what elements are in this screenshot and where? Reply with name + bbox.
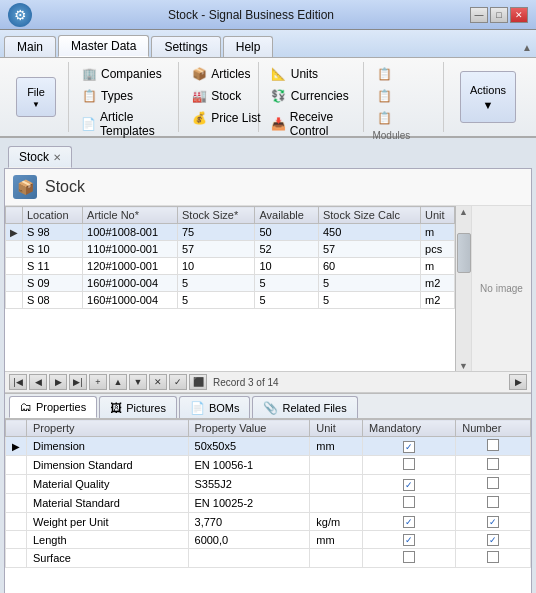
prop-col-number[interactable]: Number [456, 420, 531, 437]
mandatory-checkbox[interactable] [403, 534, 415, 546]
row-indicator [6, 241, 23, 258]
properties-tab-label: Properties [36, 401, 86, 413]
number-checkbox[interactable] [487, 516, 499, 528]
table-row[interactable]: S 08 160#1000-004 5 5 5 m2 [6, 292, 455, 309]
prop-table-row[interactable]: Material Standard EN 10025-2 [6, 494, 531, 513]
maximize-button[interactable]: □ [490, 7, 508, 23]
ribbon-item-stock[interactable]: 🏭 Stock [187, 86, 267, 106]
file-button[interactable]: File ▼ [16, 77, 56, 117]
no-image-text: No image [480, 283, 523, 294]
nav-next-button[interactable]: ▶ [49, 374, 67, 390]
scroll-thumb[interactable] [457, 233, 471, 273]
nav-progress-button[interactable]: ⬛ [189, 374, 207, 390]
ribbon-section-group2: 📦 Articles 🏭 Stock 💰 Price List [179, 62, 259, 132]
mandatory-checkbox[interactable] [403, 551, 415, 563]
prop-cell-value: S355J2 [188, 475, 310, 494]
cell-stock-size: 57 [178, 241, 255, 258]
prop-table-row[interactable]: ▶ Dimension 50x50x5 mm [6, 437, 531, 456]
ribbon-item-price-list[interactable]: 💰 Price List [187, 108, 267, 128]
close-button[interactable]: ✕ [510, 7, 528, 23]
number-checkbox[interactable] [487, 551, 499, 563]
cell-stock-size-calc: 5 [318, 292, 420, 309]
nav-delete-button[interactable]: ✕ [149, 374, 167, 390]
col-stock-size-calc[interactable]: Stock Size Calc [318, 207, 420, 224]
nav-scroll-right[interactable]: ▶ [509, 374, 527, 390]
nav-save-button[interactable]: ✓ [169, 374, 187, 390]
modules-label: Modules [372, 130, 410, 141]
ribbon-extra-1[interactable]: 📋 [372, 64, 452, 84]
prop-col-value[interactable]: Property Value [188, 420, 310, 437]
tab-boms[interactable]: 📄 BOMs [179, 396, 251, 418]
ribbon-item-articles[interactable]: 📦 Articles [187, 64, 267, 84]
prop-cell-unit: kg/m [310, 513, 363, 531]
prop-col-mandatory[interactable]: Mandatory [363, 420, 456, 437]
nav-up-button[interactable]: ▲ [109, 374, 127, 390]
table-row[interactable]: S 11 120#1000-001 10 10 60 m [6, 258, 455, 275]
ribbon-item-receive-control[interactable]: 📥 Receive Control [267, 108, 356, 140]
cell-unit: pcs [421, 241, 455, 258]
tab-close-icon[interactable]: ✕ [53, 152, 61, 163]
tab-help[interactable]: Help [223, 36, 274, 57]
ribbon-item-units[interactable]: 📐 Units [267, 64, 356, 84]
prop-table-row[interactable]: Dimension Standard EN 10056-1 [6, 456, 531, 475]
cell-unit: m2 [421, 292, 455, 309]
mandatory-checkbox[interactable] [403, 479, 415, 491]
ribbon-chevron-icon[interactable]: ▲ [522, 42, 532, 57]
nav-down-button[interactable]: ▼ [129, 374, 147, 390]
tab-properties[interactable]: 🗂 Properties [9, 396, 97, 418]
window-controls: — □ ✕ [470, 7, 528, 23]
prop-col-unit[interactable]: Unit [310, 420, 363, 437]
ribbon-extra-3[interactable]: 📋 [372, 108, 452, 128]
ribbon-section-group1: 🏢 Companies 📋 Types 📄 Article Templates [69, 62, 179, 132]
prop-col-property[interactable]: Property [27, 420, 189, 437]
tab-pictures[interactable]: 🖼 Pictures [99, 396, 177, 418]
ribbon-item-types[interactable]: 📋 Types [77, 86, 170, 106]
col-indicator [6, 207, 23, 224]
number-checkbox[interactable] [487, 496, 499, 508]
stock-panel-title: Stock [45, 178, 85, 196]
table-row[interactable]: ▶ S 98 100#1008-001 75 50 450 m [6, 224, 455, 241]
tab-related-files[interactable]: 📎 Related Files [252, 396, 357, 418]
stock-page-tab[interactable]: Stock ✕ [8, 146, 72, 168]
minimize-button[interactable]: — [470, 7, 488, 23]
ribbon-item-article-templates[interactable]: 📄 Article Templates [77, 108, 170, 140]
nav-add-button[interactable]: + [89, 374, 107, 390]
col-stock-size[interactable]: Stock Size* [178, 207, 255, 224]
number-checkbox[interactable] [487, 439, 499, 451]
col-unit[interactable]: Unit [421, 207, 455, 224]
cell-location: S 98 [23, 224, 83, 241]
nav-last-button[interactable]: ▶| [69, 374, 87, 390]
grid-scrollbar[interactable]: ▲ ▼ [455, 206, 471, 371]
articles-icon: 📦 [191, 66, 207, 82]
tab-settings[interactable]: Settings [151, 36, 220, 57]
prop-cell-number [456, 513, 531, 531]
mandatory-checkbox[interactable] [403, 496, 415, 508]
prop-table-row[interactable]: Surface [6, 549, 531, 568]
actions-button[interactable]: Actions ▼ [460, 71, 516, 123]
cell-available: 52 [255, 241, 318, 258]
tab-master-data[interactable]: Master Data [58, 35, 149, 57]
mandatory-checkbox[interactable] [403, 458, 415, 470]
prop-table-row[interactable]: Material Quality S355J2 [6, 475, 531, 494]
nav-first-button[interactable]: |◀ [9, 374, 27, 390]
ribbon-extra-2[interactable]: 📋 [372, 86, 452, 106]
table-row[interactable]: S 09 160#1000-004 5 5 5 m2 [6, 275, 455, 292]
table-row[interactable]: S 10 110#1000-001 57 52 57 pcs [6, 241, 455, 258]
ribbon-item-companies[interactable]: 🏢 Companies [77, 64, 170, 84]
col-article-no[interactable]: Article No* [83, 207, 178, 224]
ribbon-item-currencies[interactable]: 💱 Currencies [267, 86, 356, 106]
mandatory-checkbox[interactable] [403, 441, 415, 453]
number-checkbox[interactable] [487, 534, 499, 546]
prop-table-row[interactable]: Length 6000,0 mm [6, 531, 531, 549]
prop-cell-unit [310, 494, 363, 513]
tab-main[interactable]: Main [4, 36, 56, 57]
prop-table-row[interactable]: Weight per Unit 3,770 kg/m [6, 513, 531, 531]
col-available[interactable]: Available [255, 207, 318, 224]
nav-prev-button[interactable]: ◀ [29, 374, 47, 390]
col-location[interactable]: Location [23, 207, 83, 224]
number-checkbox[interactable] [487, 477, 499, 489]
actions-section: Actions ▼ [444, 62, 532, 132]
mandatory-checkbox[interactable] [403, 516, 415, 528]
boms-tab-label: BOMs [209, 402, 240, 414]
number-checkbox[interactable] [487, 458, 499, 470]
